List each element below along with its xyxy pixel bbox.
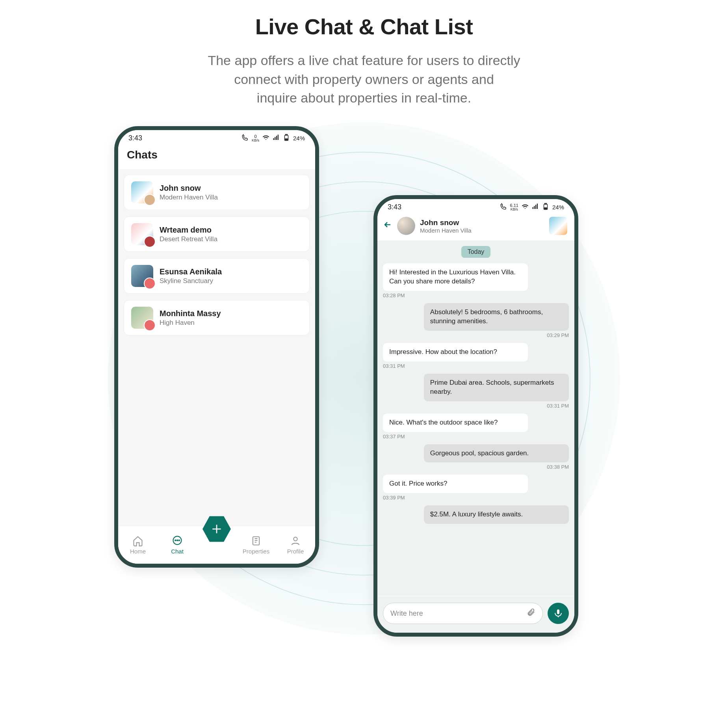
chat-list-item[interactable]: Esunsa Aenikala Skyline Sanctuary	[124, 258, 310, 294]
subtitle-line: connect with property owners or agents a…	[0, 70, 728, 89]
battery-pct: 24%	[293, 135, 305, 142]
conversation-body[interactable]: Today Hi! Interested in the Luxurious Ha…	[377, 240, 574, 595]
chat-name: Monhinta Massy	[160, 309, 221, 318]
svg-rect-14	[534, 206, 535, 209]
input-bar: Write here	[377, 596, 574, 633]
chat-thumb	[131, 265, 153, 287]
message-time: 03:38 PM	[383, 464, 569, 470]
signal-icon	[532, 203, 539, 211]
message-out: Absolutely! 5 bedrooms, 6 bathrooms, stu…	[424, 303, 569, 331]
message-time: 03:31 PM	[383, 403, 569, 409]
subtitle-line: inquire about properties in real-time.	[0, 89, 728, 108]
message-out: Prime Dubai area. Schools, supermarkets …	[424, 374, 569, 401]
nav-home[interactable]: Home	[121, 535, 154, 555]
arrow-left-icon	[383, 220, 392, 229]
chat-list-header: Chats	[118, 144, 315, 169]
battery-pct: 24%	[552, 204, 564, 210]
conversation-name: John snow	[420, 218, 472, 227]
svg-rect-6	[285, 139, 288, 140]
profile-icon	[290, 535, 301, 546]
chat-thumb	[131, 307, 153, 329]
nav-chat[interactable]: Chat	[161, 535, 194, 555]
status-bar: 3:43 6.11KB/s 24%	[377, 199, 574, 213]
phone-chat-list: 3:43 0KB/s 24% Chats John snow	[114, 126, 319, 568]
chat-sub: Modern Haven Villa	[160, 194, 218, 201]
conversation-sub: Modern Haven Villa	[420, 227, 472, 234]
date-pill: Today	[461, 246, 491, 258]
phone-conversation: 3:43 6.11KB/s 24% John snow	[373, 195, 578, 637]
chat-list: John snow Modern Haven Villa Wrteam demo…	[118, 169, 315, 347]
message-time: 03:29 PM	[383, 332, 569, 338]
paperclip-icon	[527, 608, 535, 617]
message-out: $2.5M. A luxury lifestyle awaits.	[424, 505, 569, 524]
plus-icon	[210, 523, 223, 535]
svg-rect-11	[253, 537, 259, 545]
chat-name: John snow	[160, 184, 218, 193]
battery-icon	[542, 203, 549, 211]
message-in: Nice. What's the outdoor space like?	[383, 414, 528, 432]
svg-rect-2	[276, 136, 277, 140]
message-in: Impressive. How about the location?	[383, 343, 528, 361]
page-subtitle: The app offers a live chat feature for u…	[0, 51, 728, 108]
status-data: 6.11KB/s	[510, 203, 518, 211]
chat-thumb	[131, 223, 153, 245]
svg-point-10	[179, 540, 180, 541]
back-button[interactable]	[383, 220, 392, 232]
chat-list-item[interactable]: Wrteam demo Desert Retreat Villa	[124, 216, 310, 252]
nav-label: Chat	[171, 548, 184, 555]
message-time: 03:37 PM	[383, 434, 569, 440]
status-right: 0KB/s 24%	[241, 134, 305, 142]
status-right: 6.11KB/s 24%	[500, 203, 564, 211]
chat-name: Wrteam demo	[160, 225, 217, 235]
svg-rect-16	[537, 204, 538, 209]
attach-button[interactable]	[527, 608, 535, 619]
svg-rect-3	[278, 135, 279, 140]
chat-sub: High Haven	[160, 319, 221, 327]
message-time: 03:28 PM	[383, 292, 569, 298]
message-in: Got it. Price works?	[383, 475, 528, 493]
wifi-icon	[262, 134, 269, 142]
input-placeholder: Write here	[390, 609, 527, 618]
chat-icon	[172, 535, 183, 546]
chat-thumb	[131, 181, 153, 203]
battery-icon	[283, 134, 290, 142]
signal-icon	[273, 134, 280, 142]
message-time: 03:39 PM	[383, 495, 569, 501]
svg-rect-13	[532, 207, 533, 209]
chat-sub: Skyline Sanctuary	[160, 277, 222, 285]
svg-rect-15	[535, 205, 536, 209]
call-icon	[500, 203, 507, 211]
svg-point-12	[293, 537, 297, 541]
mic-icon	[553, 609, 563, 618]
message-time: 03:31 PM	[383, 363, 569, 369]
property-thumb[interactable]	[549, 217, 567, 235]
chat-name: Esunsa Aenikala	[160, 267, 222, 276]
message-in: Hi! Interested in the Luxurious Haven Vi…	[383, 263, 528, 291]
status-time: 3:43	[388, 203, 401, 211]
status-bar: 3:43 0KB/s 24%	[118, 130, 315, 144]
chat-list-item[interactable]: Monhinta Massy High Haven	[124, 300, 310, 335]
svg-point-9	[177, 540, 178, 541]
svg-rect-1	[275, 137, 275, 140]
call-icon	[241, 134, 249, 142]
chat-list-item[interactable]: John snow Modern Haven Villa	[124, 175, 310, 210]
status-data: 0KB/s	[252, 134, 259, 142]
chat-sub: Desert Retreat Villa	[160, 235, 217, 243]
properties-icon	[251, 535, 262, 546]
home-icon	[132, 535, 143, 546]
mic-button[interactable]	[548, 603, 569, 624]
status-time: 3:43	[128, 134, 142, 142]
svg-rect-18	[545, 203, 547, 204]
nav-properties[interactable]: Properties	[240, 535, 273, 555]
conversation-header: John snow Modern Haven Villa	[377, 213, 574, 240]
svg-rect-5	[286, 134, 288, 135]
nav-profile[interactable]: Profile	[279, 535, 312, 555]
wifi-icon	[522, 203, 529, 211]
svg-rect-0	[273, 138, 274, 140]
page-title: Live Chat & Chat List	[0, 14, 728, 39]
avatar[interactable]	[397, 217, 415, 235]
subtitle-line: The app offers a live chat feature for u…	[0, 51, 728, 70]
message-input[interactable]: Write here	[383, 603, 543, 624]
message-out: Gorgeous pool, spacious garden.	[424, 444, 569, 463]
svg-point-8	[175, 540, 176, 541]
